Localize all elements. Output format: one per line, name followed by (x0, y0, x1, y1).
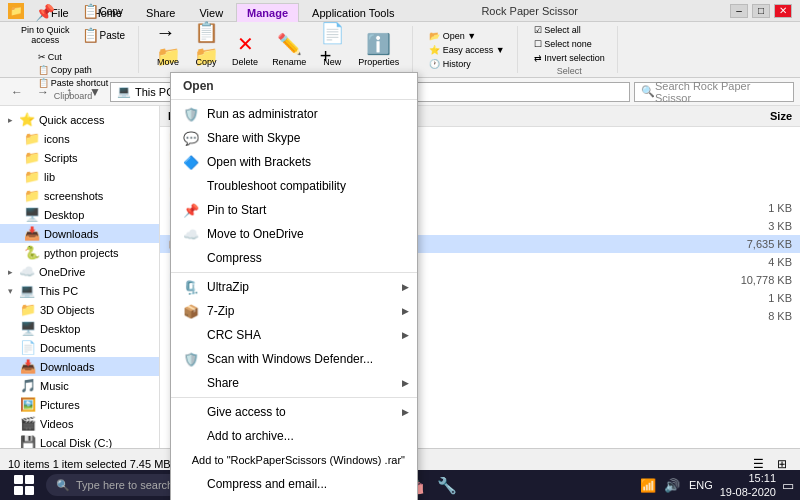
rename-button[interactable]: ✏️ Rename (267, 29, 311, 70)
submenu-arrow-4: ▶ (402, 378, 409, 388)
sidebar-item-icons[interactable]: 📁 icons (0, 129, 159, 148)
ctx-divider-2 (171, 272, 417, 273)
sidebar-item-music[interactable]: 🎵 Music (0, 376, 159, 395)
tray-lang[interactable]: ENG (686, 479, 716, 491)
select-all-button[interactable]: ☑ Select all (530, 24, 609, 36)
tray-volume-icon[interactable]: 🔊 (662, 478, 682, 493)
ctx-7zip[interactable]: 📦 7-Zip ▶ (171, 299, 417, 323)
sidebar-item-documents[interactable]: 📄 Documents (0, 338, 159, 357)
sidebar-item-scripts[interactable]: 📁 Scripts (0, 148, 159, 167)
ribbon-group-organize: →📁 Move 📋📁 Copy ✕ Delete ✏️ Rename 📄+ Ne… (143, 26, 413, 73)
archive-icon (183, 428, 199, 444)
paste-icon: 📋 (82, 27, 99, 43)
sidebar-item-local-disk[interactable]: 💾 Local Disk (C:) (0, 433, 159, 448)
ribbon: 📌 Pin to Quickaccess 📋 Copy 📋 Paste ✂Cut… (0, 22, 800, 78)
copy-button[interactable]: 📋 Copy (77, 0, 131, 22)
ctx-open-brackets[interactable]: 🔷 Open with Brackets (171, 150, 417, 174)
context-menu-header: Open (171, 75, 417, 97)
sidebar-item-quick-access[interactable]: ▸ ⭐ Quick access (0, 110, 159, 129)
tray-network-icon[interactable]: 📶 (638, 478, 658, 493)
properties-icon: ℹ️ (367, 32, 391, 56)
recent-button[interactable]: ▼ (84, 82, 106, 102)
rename-icon: ✏️ (277, 32, 301, 56)
sidebar-item-onedrive[interactable]: ▸ ☁️ OneDrive (0, 262, 159, 281)
computer-icon: 💻 (117, 85, 131, 98)
ctx-add-rar[interactable]: Add to "RockPaperScissors (Windows) .rar… (171, 448, 417, 472)
quick-access-label: Quick access (39, 114, 104, 126)
search-box[interactable]: 🔍 Search Rock Paper Scissor (634, 82, 794, 102)
brackets-icon: 🔷 (183, 154, 199, 170)
sidebar-item-desktop2[interactable]: 🖥️ Desktop (0, 319, 159, 338)
start-button[interactable] (4, 472, 44, 498)
ctx-compress-email[interactable]: Compress and email... (171, 472, 417, 496)
search-placeholder: Search Rock Paper Scissor (655, 80, 787, 104)
properties-button[interactable]: ℹ️ Properties (353, 29, 404, 70)
ctx-divider-1 (171, 99, 417, 100)
sidebar-item-desktop[interactable]: 🖥️ Desktop (0, 205, 159, 224)
left-panel: ▸ ⭐ Quick access 📁 icons 📁 Scripts 📁 lib… (0, 106, 160, 448)
ctx-pin-start[interactable]: 📌 Pin to Start (171, 198, 417, 222)
sidebar-item-this-pc[interactable]: ▾ 💻 This PC (0, 281, 159, 300)
copy-to-icon: 📋📁 (194, 32, 218, 56)
ctx-move-onedrive[interactable]: ☁️ Move to OneDrive (171, 222, 417, 246)
ctx-share-skype[interactable]: 💬 Share with Skype (171, 126, 417, 150)
forward-button[interactable]: → (32, 82, 54, 102)
ctx-compress[interactable]: Compress (171, 246, 417, 270)
paste-button[interactable]: 📋 Paste (77, 24, 131, 46)
app-icon-6[interactable]: 🔧 (432, 472, 462, 498)
history-button[interactable]: 🕐 History (425, 58, 508, 70)
tab-view[interactable]: View (188, 3, 234, 22)
submenu-arrow-2: ▶ (402, 306, 409, 316)
copy-to-button[interactable]: 📋📁 Copy (189, 29, 223, 70)
easy-access-button[interactable]: ⭐ Easy access ▼ (425, 44, 508, 56)
delete-icon: ✕ (233, 32, 257, 56)
email-compress-icon (183, 476, 199, 492)
ctx-share[interactable]: Share ▶ (171, 371, 417, 395)
status-text: 10 items 1 item selected 7.45 MB (8, 458, 171, 470)
pin-to-quick-access-button[interactable]: 📌 Pin to Quickaccess (16, 0, 75, 48)
ctx-crc-sha[interactable]: CRC SHA ▶ (171, 323, 417, 347)
column-size[interactable]: Size (720, 108, 800, 124)
sidebar-item-python[interactable]: 🐍 python projects (0, 243, 159, 262)
ctx-add-archive[interactable]: Add to archive... (171, 424, 417, 448)
close-button[interactable]: ✕ (774, 4, 792, 18)
sidebar-item-pictures[interactable]: 🖼️ Pictures (0, 395, 159, 414)
open-dropdown-button[interactable]: 📂 Open ▼ (425, 30, 508, 42)
ctx-ultrazip[interactable]: 🗜️ UltraZip ▶ (171, 275, 417, 299)
cut-button[interactable]: ✂Cut (34, 51, 113, 63)
window-title: Rock Paper Scissor (481, 5, 578, 17)
ctx-troubleshoot[interactable]: Troubleshoot compatibility (171, 174, 417, 198)
ctx-give-access[interactable]: Give access to ▶ (171, 400, 417, 424)
select-none-button[interactable]: ☐ Select none (530, 38, 609, 50)
ctx-scan-defender[interactable]: 🛡️ Scan with Windows Defender... (171, 347, 417, 371)
ctx-run-as-admin[interactable]: 🛡️ Run as administrator (171, 102, 417, 126)
tray-time[interactable]: 15:11 19-08-2020 (720, 471, 776, 500)
ribbon-group-clipboard: 📌 Pin to Quickaccess 📋 Copy 📋 Paste ✂Cut… (8, 26, 139, 73)
copy-path-button[interactable]: 📋Copy path (34, 64, 113, 76)
search-icon: 🔍 (641, 85, 655, 98)
submenu-arrow-3: ▶ (402, 330, 409, 340)
sidebar-item-downloads2[interactable]: 📥 Downloads (0, 357, 159, 376)
back-button[interactable]: ← (6, 82, 28, 102)
tab-apptools[interactable]: Application Tools (301, 3, 405, 22)
sidebar-item-lib[interactable]: 📁 lib (0, 167, 159, 186)
sidebar-item-videos[interactable]: 🎬 Videos (0, 414, 159, 433)
sidebar-item-3d[interactable]: 📁 3D Objects (0, 300, 159, 319)
move-icon: →📁 (156, 32, 180, 56)
minimize-button[interactable]: – (730, 4, 748, 18)
move-button[interactable]: →📁 Move (151, 29, 185, 70)
crc-icon (183, 327, 199, 343)
new-button[interactable]: 📄+ New (315, 29, 349, 70)
up-button[interactable]: ↑ (58, 82, 80, 102)
onedrive-icon: ☁️ (183, 226, 199, 242)
sidebar-item-downloads[interactable]: 📥 Downloads (0, 224, 159, 243)
select-label: Select (557, 66, 582, 76)
sidebar-item-screenshots[interactable]: 📁 screenshots (0, 186, 159, 205)
maximize-button[interactable]: □ (752, 4, 770, 18)
tab-manage[interactable]: Manage (236, 3, 299, 22)
delete-button[interactable]: ✕ Delete (227, 29, 263, 70)
show-desktop-button[interactable]: ▭ (780, 478, 796, 493)
ctx-compress-rar-email[interactable]: Compress to "RockPaperScissors (Windows)… (171, 496, 417, 500)
invert-selection-button[interactable]: ⇄ Invert selection (530, 52, 609, 64)
tab-share[interactable]: Share (135, 3, 186, 22)
